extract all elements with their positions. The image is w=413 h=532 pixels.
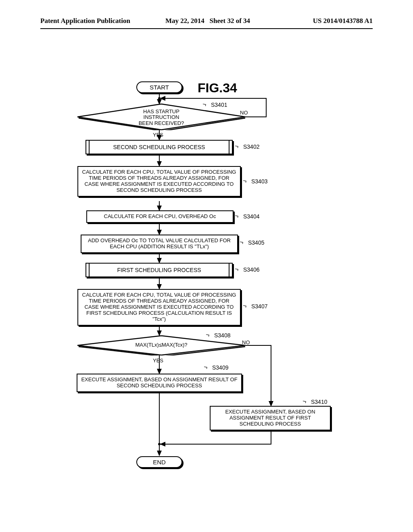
no-1: NO	[240, 110, 248, 116]
leader-tick-icon: ⌐	[234, 265, 239, 273]
yes-2: YES	[153, 357, 163, 364]
box-add-overhead: ADD OVERHEAD Oc TO TOTAL VALUE CALCULATE…	[81, 235, 238, 253]
step-s3403: S3403	[251, 178, 267, 185]
leader-tick-icon: ⌐	[302, 397, 307, 405]
start-terminator: START	[136, 81, 182, 93]
leader-tick-icon: ⌐	[234, 142, 239, 150]
header-right: US 2014/0143788 A1	[313, 17, 373, 25]
leader-tick-icon: ⌐	[239, 238, 244, 246]
leader-tick-icon: ⌐	[242, 177, 247, 185]
step-s3406: S3406	[243, 266, 259, 273]
box-calc-first: CALCULATE FOR EACH CPU, TOTAL VALUE OF P…	[77, 289, 241, 326]
box-overhead: CALCULATE FOR EACH CPU, OVERHEAD Oc	[86, 210, 234, 223]
page-frame: Patent Application Publication May 22, 2…	[40, 28, 373, 505]
step-s3404: S3404	[243, 213, 259, 220]
decision-startup-text: HAS STARTUP INSTRUCTION BEEN RECEIVED?	[77, 109, 246, 126]
box-first-scheduling: FIRST SCHEDULING PROCESS	[86, 263, 233, 277]
step-s3401: S3401	[211, 102, 227, 108]
step-s3402: S3402	[243, 143, 259, 150]
step-s3410: S3410	[311, 399, 327, 405]
decision-max-text: MAX(TLx)≤MAX(Tcx)?	[77, 342, 246, 348]
box-calc-second: CALCULATE FOR EACH CPU, TOTAL VALUE OF P…	[77, 166, 241, 197]
figure-title: FIG.34	[198, 81, 237, 96]
leader-tick-icon: ⌐	[234, 212, 239, 220]
box-exec-first: EXECUTE ASSIGNMENT, BASED ON ASSIGNMENT …	[210, 406, 331, 430]
header-date: May 22, 2014	[165, 17, 204, 25]
end-terminator: END	[136, 456, 182, 468]
leader-tick-icon: ⌐	[203, 363, 208, 371]
box-second-scheduling: SECOND SCHEDULING PROCESS	[86, 140, 233, 154]
yes-1: YES	[153, 132, 163, 138]
step-s3405: S3405	[248, 239, 264, 246]
step-s3409: S3409	[212, 364, 228, 371]
step-s3408: S3408	[214, 332, 230, 339]
leader-tick-icon: ⌐	[242, 302, 247, 310]
box-exec-second: EXECUTE ASSIGNMENT, BASED ON ASSIGNMENT …	[77, 374, 242, 392]
svg-point-14	[158, 443, 161, 445]
header-sheet: Sheet 32 of 34	[210, 17, 250, 25]
step-s3407: S3407	[251, 303, 267, 310]
no-2: NO	[242, 339, 250, 345]
header-left: Patent Application Publication	[40, 17, 130, 25]
header-mid: May 22, 2014 Sheet 32 of 34	[165, 17, 250, 25]
svg-point-3	[158, 97, 161, 100]
